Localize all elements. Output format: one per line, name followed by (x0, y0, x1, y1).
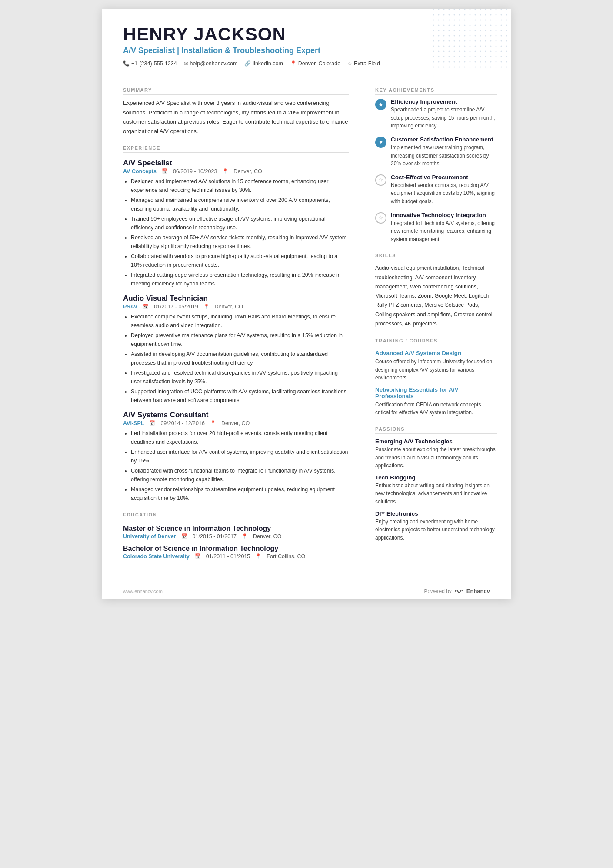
achievement-4-title: Innovative Technology Integration (391, 212, 497, 218)
passion-3: DIY Electronics Enjoy creating and exper… (375, 510, 497, 542)
bullet-item: Managed vendor relationships to streamli… (131, 485, 349, 503)
contact-phone: 📞 +1-(234)-555-1234 (123, 60, 177, 67)
skills-label: SKILLS (375, 253, 497, 260)
passion-1: Emerging A/V Technologies Passionate abo… (375, 438, 497, 470)
achievement-4-desc: Integrated IoT tech into A/V systems, of… (391, 219, 497, 244)
degree-2-title: Bachelor of Science in Information Techn… (123, 545, 349, 553)
bullet-item: Assisted in developing A/V documentation… (131, 350, 349, 367)
education-label: EDUCATION (123, 512, 349, 519)
passion-1-title: Emerging A/V Technologies (375, 438, 497, 445)
training-2-title: Networking Essentials for A/V Profession… (375, 386, 497, 399)
job-2-location: Denver, CO (215, 304, 243, 310)
main-content: SUMMARY Experienced A/V Specialist with … (102, 75, 511, 583)
passion-3-title: DIY Electronics (375, 510, 497, 517)
achievement-1-desc: Spearheaded a project to streamline A/V … (391, 106, 497, 130)
candidate-title: A/V Specialist | Installation & Troubles… (123, 46, 490, 55)
job-1-date: 06/2019 - 10/2023 (173, 168, 217, 174)
enhancv-logo-icon (454, 588, 464, 595)
left-column: SUMMARY Experienced A/V Specialist with … (102, 75, 363, 583)
job-1-title: A/V Specialist (123, 159, 349, 168)
calendar-icon-edu1: 📅 (181, 533, 187, 539)
degree-1-title: Master of Science in Information Technol… (123, 525, 349, 533)
achievement-1-icon: ★ (375, 99, 386, 110)
achievement-3: ☆ Cost-Effective Procurement Negotiated … (375, 174, 497, 206)
experience-label: EXPERIENCE (123, 145, 349, 153)
degree-1-meta: University of Denver 📅 01/2015 - 01/2017… (123, 533, 349, 540)
job-3-date: 09/2014 - 12/2016 (160, 420, 204, 426)
achievement-1-title: Efficiency Improvement (391, 98, 497, 105)
degree-2-location: Fort Collins, CO (267, 553, 305, 560)
skills-text: Audio-visual equipment installation, Tec… (375, 264, 497, 328)
achievement-4-icon: ☆ (375, 212, 386, 224)
job-1-company: AV Concepts (123, 168, 157, 174)
training-section: TRAINING / COURSES Advanced A/V Systems … (375, 338, 497, 417)
degree-2-date: 01/2011 - 01/2015 (206, 553, 250, 560)
degree-1-school: University of Denver (123, 533, 176, 540)
right-column: KEY ACHIEVEMENTS ★ Efficiency Improvemen… (363, 75, 511, 583)
contact-email: ✉ help@enhancv.com (184, 60, 238, 67)
bullet-item: Integrated cutting-edge wireless present… (131, 271, 349, 288)
job-2-date: 01/2017 - 05/2019 (154, 304, 198, 310)
job-2-bullets: Executed complex event setups, including… (123, 312, 349, 405)
pin-icon-2: 📍 (203, 304, 210, 309)
job-1-bullets: Designed and implemented A/V solutions i… (123, 177, 349, 288)
job-2: Audio Visual Technician PSAV 📅 01/2017 -… (123, 294, 349, 405)
bullet-item: Managed and maintained a comprehensive i… (131, 196, 349, 213)
achievement-2-icon: ♥ (375, 137, 386, 148)
achievement-3-title: Cost-Effective Procurement (391, 174, 497, 181)
job-3: A/V Systems Consultant AVI-SPL 📅 09/2014… (123, 411, 349, 503)
pin-icon-3: 📍 (210, 420, 216, 426)
passion-1-desc: Passionate about exploring the latest br… (375, 446, 497, 470)
bullet-item: Collaborated with cross-functional teams… (131, 466, 349, 484)
job-3-title: A/V Systems Consultant (123, 411, 349, 419)
link-icon: 🔗 (244, 60, 251, 67)
passions-label: PASSIONS (375, 426, 497, 434)
powered-by-text: Powered by (424, 588, 451, 594)
footer: www.enhancv.com Powered by Enhancv (102, 583, 511, 599)
training-label: TRAINING / COURSES (375, 338, 497, 345)
star-icon: ☆ (347, 60, 352, 67)
passions-section: PASSIONS Emerging A/V Technologies Passi… (375, 426, 497, 542)
degree-2-meta: Colorado State University 📅 01/2011 - 01… (123, 553, 349, 560)
achievement-2: ♥ Customer Satisfaction Enhancement Impl… (375, 136, 497, 168)
job-3-company: AVI-SPL (123, 420, 144, 426)
achievement-4: ☆ Innovative Technology Integration Inte… (375, 212, 497, 244)
bullet-item: Led installation projects for over 20 hi… (131, 429, 349, 446)
achievements-section: KEY ACHIEVEMENTS ★ Efficiency Improvemen… (375, 87, 497, 243)
bullet-item: Collaborated with vendors to procure hig… (131, 252, 349, 269)
phone-icon: 📞 (123, 60, 130, 67)
calendar-icon-2: 📅 (143, 304, 149, 309)
job-3-bullets: Led installation projects for over 20 hi… (123, 429, 349, 503)
pin-icon-1: 📍 (222, 168, 228, 174)
footer-website: www.enhancv.com (123, 589, 163, 594)
job-1-meta: AV Concepts 📅 06/2019 - 10/2023 📍 Denver… (123, 168, 349, 174)
training-2: Networking Essentials for A/V Profession… (375, 386, 497, 417)
achievement-3-content: Cost-Effective Procurement Negotiated ve… (391, 174, 497, 206)
achievement-3-desc: Negotiated vendor contracts, reducing A/… (391, 181, 497, 206)
job-3-meta: AVI-SPL 📅 09/2014 - 12/2016 📍 Denver, CO (123, 420, 349, 426)
job-1: A/V Specialist AV Concepts 📅 06/2019 - 1… (123, 159, 349, 288)
job-2-title: Audio Visual Technician (123, 294, 349, 303)
summary-section: SUMMARY Experienced A/V Specialist with … (123, 87, 349, 136)
achievement-2-content: Customer Satisfaction Enhancement Implem… (391, 136, 497, 168)
pin-icon-edu2: 📍 (255, 553, 261, 559)
bullet-item: Enhanced user interface for A/V control … (131, 448, 349, 465)
passion-2: Tech Blogging Enthusiastic about writing… (375, 474, 497, 506)
header-section: HENRY JACKSON A/V Specialist | Installat… (102, 9, 511, 75)
contact-location: 📍 Denver, Colorado (290, 60, 340, 67)
bullet-item: Investigated and resolved technical disc… (131, 369, 349, 386)
achievement-3-icon: ☆ (375, 174, 386, 186)
resume-page: HENRY JACKSON A/V Specialist | Installat… (102, 9, 511, 599)
degree-1-location: Denver, CO (253, 533, 281, 540)
education-section: EDUCATION Master of Science in Informati… (123, 512, 349, 560)
footer-logo: Powered by Enhancv (424, 588, 490, 595)
brand-name: Enhancv (466, 588, 490, 594)
summary-text: Experienced A/V Specialist with over 3 y… (123, 98, 349, 136)
training-1-desc: Course offered by Infocomm University fo… (375, 358, 497, 382)
bullet-item: Trained 50+ employees on effective usage… (131, 214, 349, 232)
degree-1: Master of Science in Information Technol… (123, 525, 349, 540)
location-icon: 📍 (290, 60, 297, 67)
training-2-desc: Certification from CEDIA on network conc… (375, 401, 497, 417)
passion-2-desc: Enthusiastic about writing and sharing i… (375, 482, 497, 506)
degree-2-school: Colorado State University (123, 553, 190, 560)
